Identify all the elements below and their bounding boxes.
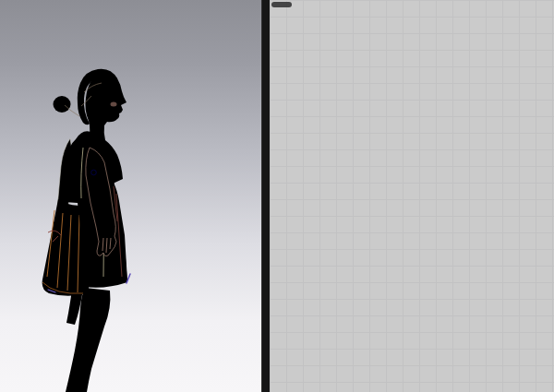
avatar-hair-bun bbox=[54, 96, 71, 113]
app-window bbox=[0, 0, 554, 392]
viewport-2d[interactable] bbox=[270, 0, 554, 392]
pattern-svg bbox=[270, 0, 554, 392]
avatar-cheek bbox=[111, 102, 117, 107]
panel-divider[interactable] bbox=[261, 0, 270, 392]
viewport-3d[interactable] bbox=[0, 0, 261, 392]
pocket-button[interactable] bbox=[91, 170, 97, 175]
pattern-toolbar bbox=[271, 2, 292, 7]
avatar-3d bbox=[0, 0, 261, 392]
